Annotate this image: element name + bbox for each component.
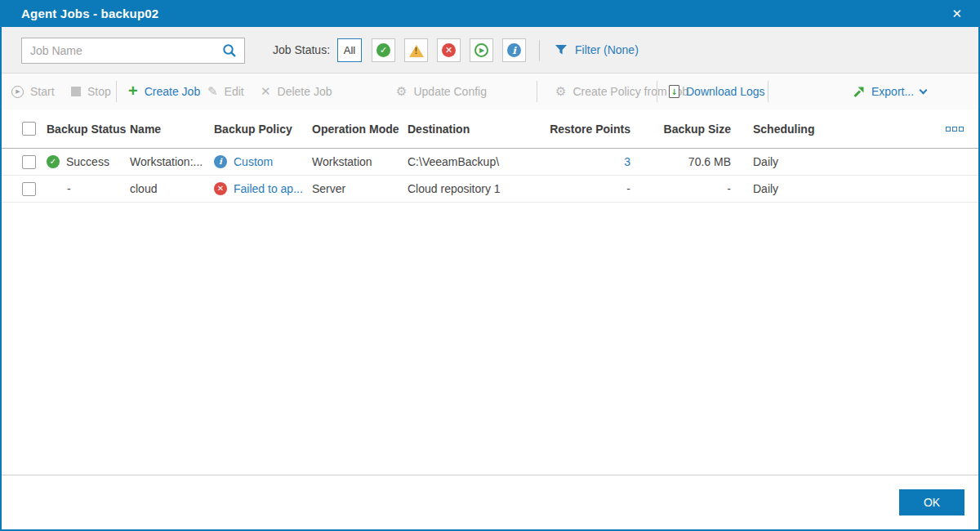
backup-policy-link[interactable]: Custom [234,155,273,168]
warning-icon: ! [409,44,424,57]
search-input[interactable] [22,44,222,57]
funnel-icon [555,43,568,56]
header-operation-mode[interactable]: Operation Mode [312,123,408,136]
download-logs-label: Download Logs [686,85,765,98]
status-all-button[interactable]: All [337,38,362,62]
job-name: cloud [130,182,214,195]
status-success-button[interactable]: ✓ [372,38,395,62]
pencil-icon: ✎ [207,86,218,98]
status-info-button[interactable]: i [502,38,526,62]
success-icon: ✓ [376,43,390,57]
backup-size-value: - [630,182,731,195]
running-icon: ▶ [474,43,488,57]
stop-button[interactable]: Stop [71,74,111,109]
toolbar-separator [657,81,657,102]
restore-points-value: - [532,182,630,195]
table-header-row: Backup Status Name Backup Policy Operati… [2,109,978,149]
header-backup-status[interactable]: Backup Status [47,123,126,136]
backup-policy-link[interactable]: Failed to ap... [234,182,303,195]
create-job-label: Create Job [145,85,200,98]
agent-jobs-dialog: Agent Jobs - backup02 ✕ Job Status: All … [0,0,980,531]
start-icon: ▶ [11,86,24,98]
delete-icon: ✕ [261,86,271,98]
status-warning-button[interactable]: ! [404,38,428,62]
delete-job-label: Delete Job [278,85,332,98]
export-label: Export... [871,85,914,98]
header-scheduling[interactable]: Scheduling [731,123,942,136]
header-backup-size[interactable]: Backup Size [630,123,731,136]
header-destination[interactable]: Destination [408,123,532,136]
search-icon[interactable] [222,43,237,58]
header-name[interactable]: Name [130,123,214,136]
start-button[interactable]: ▶ Start [11,74,55,109]
edit-label: Edit [225,85,244,98]
table-row[interactable]: - cloud ✕ Failed to ap... Server Cloud r… [2,176,978,203]
filter-separator [539,40,540,61]
scheduling-value: Daily [731,182,942,195]
scheduling-value: Daily [731,155,942,168]
toolbar: ▶ Start Stop + Create Job ✎ Edit ✕ Delet… [2,74,978,109]
update-config-button[interactable]: ⚙ Update Config [396,74,487,109]
start-label: Start [30,85,55,98]
restore-points-link[interactable]: 3 [624,155,630,168]
toolbar-separator [116,81,117,102]
header-backup-policy[interactable]: Backup Policy [214,123,292,136]
jobs-table: Backup Status Name Backup Policy Operati… [2,109,978,203]
job-name: Workstation:... [130,155,214,168]
window-title: Agent Jobs - backup02 [21,7,158,20]
job-status-label: Job Status: [273,27,330,73]
create-job-button[interactable]: + Create Job [128,74,200,109]
export-button[interactable]: Export... [853,74,926,109]
error-icon: ✕ [214,182,227,195]
header-restore-points[interactable]: Restore Points [532,123,630,136]
empty-area [2,203,978,475]
select-all-checkbox[interactable] [22,122,36,136]
row-checkbox[interactable] [22,155,36,169]
status-error-button[interactable]: ✕ [437,38,461,62]
info-icon: i [507,43,521,57]
filter-label: Filter (None) [575,43,639,56]
toolbar-separator [768,81,768,102]
download-logs-icon: ↓ [669,85,679,98]
chevron-down-icon [920,86,928,94]
update-config-label: Update Config [413,85,487,98]
column-chooser-icon[interactable] [946,127,964,132]
plus-icon: + [128,83,138,99]
operation-mode-value: Server [312,182,408,195]
update-config-icon: ⚙ [396,86,407,98]
destination-value: C:\VeeamBackup\ [408,155,532,168]
status-running-button[interactable]: ▶ [470,38,493,62]
toolbar-separator [537,81,537,102]
stop-label: Stop [87,85,111,98]
export-arrow-icon [853,86,865,98]
delete-job-button[interactable]: ✕ Delete Job [261,74,332,109]
row-checkbox[interactable] [22,182,36,196]
download-logs-button[interactable]: ↓ Download Logs [669,74,765,109]
footer: OK [2,475,978,528]
create-policy-icon: ⚙ [555,86,566,98]
destination-value: Cloud repository 1 [408,182,532,195]
title-bar: Agent Jobs - backup02 ✕ [2,0,978,27]
ok-button[interactable]: OK [899,489,964,515]
error-icon: ✕ [442,43,456,57]
table-row[interactable]: ✓ Success Workstation:... i Custom Works… [2,149,978,176]
edit-button[interactable]: ✎ Edit [207,74,244,109]
backup-status-value: Success [66,155,109,168]
stop-icon [71,87,81,96]
backup-size-value: 70.6 MB [630,155,731,168]
info-icon: i [214,155,227,168]
backup-status-value: - [67,182,71,195]
filter-row: Job Status: All ✓ ! ✕ ▶ i Filter (None) [2,27,978,74]
filter-none-button[interactable]: Filter (None) [555,27,639,73]
search-box [21,38,245,64]
close-icon[interactable]: ✕ [951,7,962,21]
operation-mode-value: Workstation [312,155,408,168]
success-icon: ✓ [47,155,60,168]
